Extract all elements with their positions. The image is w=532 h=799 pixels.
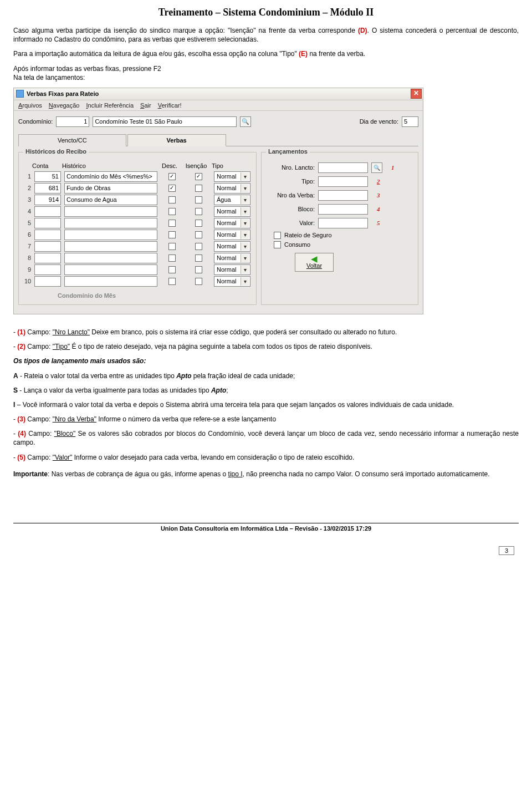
text: - Lança o valor da verba igualmente para…	[18, 386, 211, 394]
isencao-checkbox[interactable]	[195, 243, 202, 250]
rateio-seguro-checkbox[interactable]	[274, 232, 281, 239]
historico-input[interactable]	[64, 253, 157, 263]
table-row: 3Água	[24, 195, 250, 205]
tipo-select[interactable]: Normal	[214, 230, 250, 240]
isencao-checkbox[interactable]	[195, 255, 202, 262]
desc-checkbox[interactable]: ✓	[168, 173, 176, 180]
isencao-checkbox[interactable]	[195, 278, 202, 285]
condominio-num-input[interactable]	[56, 116, 89, 127]
menu-verificar[interactable]: Verificar!	[158, 102, 182, 109]
historico-input[interactable]	[64, 218, 157, 228]
conta-input[interactable]	[34, 253, 61, 263]
conta-input[interactable]	[34, 218, 61, 228]
annotation-2: 2	[377, 178, 380, 185]
isencao-checkbox[interactable]	[195, 231, 202, 238]
hdr-tipo: Tipo	[212, 162, 248, 169]
isencao-checkbox[interactable]	[195, 266, 202, 273]
isencao-checkbox[interactable]	[195, 208, 202, 215]
desc-checkbox[interactable]	[168, 231, 176, 238]
text: Campo:	[25, 343, 53, 350]
conta-input[interactable]	[34, 195, 61, 205]
tipo-label: Tipo:	[267, 178, 315, 185]
desc-checkbox[interactable]	[168, 208, 176, 215]
condominio-nome-input[interactable]	[93, 116, 237, 127]
isencao-checkbox[interactable]	[195, 185, 202, 192]
row-num: 3	[24, 196, 31, 203]
menubar: Arquivos Navegação Incluir Referência Sa…	[14, 100, 423, 111]
nro-verba-input[interactable]	[318, 190, 368, 201]
table-row: 4Normal	[24, 206, 250, 217]
historico-input[interactable]	[64, 241, 157, 252]
conta-input[interactable]	[34, 230, 61, 240]
desc-checkbox[interactable]	[168, 266, 176, 273]
menu-navegacao[interactable]: Navegação	[49, 102, 80, 109]
row-num: 10	[24, 278, 31, 284]
desc-checkbox[interactable]	[168, 220, 176, 227]
tipo-select[interactable]: Normal	[214, 264, 250, 275]
search-icon[interactable]: 🔍	[371, 162, 382, 173]
desc-checkbox[interactable]: ✓	[168, 185, 176, 192]
tipo-select[interactable]: Normal	[214, 276, 250, 287]
conta-input[interactable]	[34, 183, 61, 194]
menu-incluir[interactable]: Incluir Referência	[86, 102, 134, 109]
text: pela fração ideal de cada unidade;	[192, 372, 295, 380]
conta-input[interactable]	[34, 241, 61, 252]
isencao-checkbox[interactable]: ✓	[195, 173, 202, 180]
voltar-button[interactable]: ◀ Voltar	[295, 253, 334, 272]
conta-input[interactable]	[34, 171, 61, 182]
historico-input[interactable]	[64, 276, 157, 287]
tipo-select[interactable]: Normal	[214, 218, 250, 228]
desc-checkbox[interactable]	[168, 278, 176, 285]
table-row: 1✓✓Normal	[24, 171, 250, 182]
historico-input[interactable]	[64, 264, 157, 275]
bloco-input[interactable]	[318, 204, 368, 215]
menu-sair[interactable]: Sair	[140, 102, 151, 109]
close-button[interactable]: ✕	[411, 89, 422, 99]
search-icon[interactable]: 🔍	[240, 116, 251, 127]
conta-input[interactable]	[34, 206, 61, 217]
consumo-label: Consumo	[284, 241, 310, 248]
num-2: (2)	[17, 343, 25, 350]
tipo-input[interactable]	[318, 176, 368, 187]
dia-vencto-input[interactable]	[402, 116, 418, 127]
menu-arquivos[interactable]: Arquivos	[18, 102, 42, 109]
historico-input[interactable]	[64, 183, 157, 194]
desc-checkbox[interactable]	[168, 196, 176, 203]
num-1: (1)	[17, 328, 25, 336]
tipos-usados-head: Os tipos de lançamento mais usados são:	[13, 357, 519, 365]
consumo-checkbox[interactable]	[274, 241, 281, 248]
back-arrow-icon: ◀	[299, 256, 330, 262]
desc-checkbox[interactable]	[168, 243, 176, 250]
tipo-select[interactable]: Normal	[214, 206, 250, 217]
valor-input[interactable]	[318, 218, 368, 228]
tipo-select[interactable]: Normal	[214, 171, 250, 182]
isencao-checkbox[interactable]	[195, 196, 202, 203]
rateio-seguro-label: Rateio de Seguro	[284, 232, 332, 238]
isencao-checkbox[interactable]	[195, 220, 202, 227]
nro-lancto-input[interactable]	[318, 162, 368, 173]
historico-input[interactable]	[64, 195, 157, 205]
tabstrip: Vencto/CC Verbas	[18, 134, 418, 146]
table-row: 9Normal	[24, 264, 250, 275]
fieldset-lancamentos: Lançamentos Nro. Lancto: 🔍 1 Tipo: 2	[261, 152, 418, 305]
explain-2: - (2) Campo: "Tipo" É o tipo de rateio d…	[13, 342, 519, 351]
tipo-select[interactable]: Normal	[214, 183, 250, 194]
historico-input[interactable]	[64, 206, 157, 217]
historico-input[interactable]	[64, 171, 157, 182]
tab-vencto[interactable]: Vencto/CC	[18, 134, 126, 146]
table-row: 6Normal	[24, 230, 250, 240]
conta-input[interactable]	[34, 264, 61, 275]
tipo-select[interactable]: Normal	[214, 253, 250, 263]
annotation-1: 1	[391, 164, 395, 171]
intro-p2: Para a importação automática da leitura …	[13, 49, 519, 58]
tab-verbas[interactable]: Verbas	[127, 134, 226, 146]
desc-checkbox[interactable]	[168, 255, 176, 262]
tipo-select[interactable]: Água	[214, 195, 250, 205]
annotation-4: 4	[377, 206, 380, 212]
field-name: "Bloco"	[54, 430, 76, 437]
text: – Você informará o valor total da verba …	[15, 401, 454, 409]
conta-input[interactable]	[34, 276, 61, 287]
field-name: "Tipo"	[53, 343, 70, 350]
historico-input[interactable]	[64, 230, 157, 240]
tipo-select[interactable]: Normal	[214, 241, 250, 252]
